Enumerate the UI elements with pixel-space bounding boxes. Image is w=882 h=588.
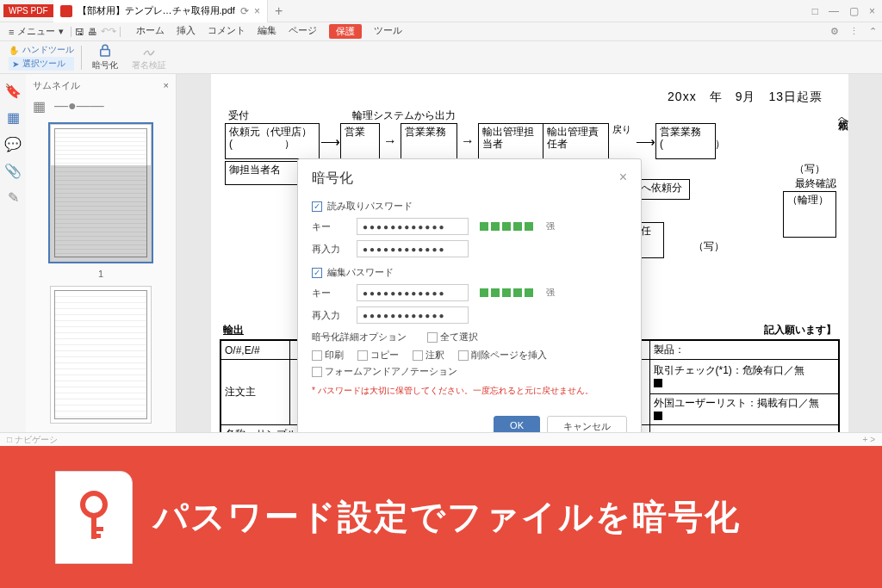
date-line: 20xx 年 9月 13日起票: [220, 90, 840, 105]
thumb-zoom-slider[interactable]: —●——: [54, 98, 104, 114]
titlebar: WPS PDF 【部材用】テンプレ…チャ取得用.pdf ⟳ × + □ — ▢ …: [0, 0, 882, 22]
annot-checkbox[interactable]: ✓: [413, 350, 423, 361]
attachment-icon[interactable]: 📎: [4, 163, 22, 179]
edit-key-input[interactable]: ●●●●●●●●●●●●: [357, 284, 469, 301]
arrow-icon: ⟶: [320, 123, 340, 159]
back-label: 戻り: [609, 123, 635, 159]
menu-protect[interactable]: 保護: [329, 24, 362, 39]
cell-row1-l: O/#,E/#: [220, 340, 289, 360]
arrow-icon: ⟶: [635, 123, 655, 159]
menu-button[interactable]: ≡ メニュー ▾: [5, 23, 67, 40]
sales-work2-box: 営業業務( ）: [655, 123, 716, 159]
read-key-input[interactable]: ●●●●●●●●●●●●: [357, 218, 469, 235]
edit-key-reenter-input[interactable]: ●●●●●●●●●●●●: [357, 306, 469, 324]
reenter-label-2: 再入力: [312, 309, 350, 322]
strength-meter-2: [479, 288, 534, 298]
verify-signature-button[interactable]: 署名検証: [125, 43, 173, 71]
pdf-icon: [60, 5, 72, 17]
edit-password-checkbox[interactable]: ✓: [312, 268, 322, 278]
comment-icon[interactable]: 💬: [4, 136, 22, 152]
encrypt-dialog: 暗号化 × ✓ 読み取りパスワード キー ●●●●●●●●●●●● 强 再入力 …: [297, 158, 642, 450]
dialog-title: 暗号化: [312, 170, 353, 188]
statusbar: □ ナビゲーシ + >: [0, 432, 882, 446]
key-document-icon: [55, 471, 133, 564]
menu-edit[interactable]: 編集: [258, 24, 276, 39]
svg-rect-3: [91, 527, 103, 531]
bookmark-icon[interactable]: 🔖: [4, 83, 22, 99]
form-annot-checkbox[interactable]: ✓: [312, 367, 322, 377]
form-title-left: 輸出: [223, 323, 244, 337]
print-checkbox[interactable]: ✓: [312, 350, 322, 361]
select-tool[interactable]: ➤ 選択ツール: [9, 57, 74, 71]
thumbnails-title: サムネイル: [33, 79, 80, 92]
insert-del-checkbox[interactable]: ✓: [458, 350, 469, 361]
dialog-close-icon[interactable]: ×: [619, 170, 627, 188]
menu-home[interactable]: ホーム: [136, 24, 165, 39]
strength-meter: [479, 221, 534, 232]
tab-modified-icon: ⟳: [240, 5, 249, 17]
right-side-boxes: 依頼元へ （写） 最終確認 （輪理）: [783, 105, 836, 238]
select-all-checkbox[interactable]: ✓: [427, 332, 438, 343]
thumbnails-close-icon[interactable]: ×: [164, 80, 169, 90]
requester-box: 依頼元（代理店）( ）: [225, 123, 320, 159]
undo-icon[interactable]: ↶: [101, 26, 109, 37]
read-password-checkbox[interactable]: ✓: [312, 201, 322, 212]
menu-page[interactable]: ページ: [289, 24, 317, 39]
window-settings-icon[interactable]: □: [812, 5, 818, 17]
promo-banner: パスワード設定でファイルを暗号化: [0, 446, 882, 588]
window-maximize-icon[interactable]: ▢: [849, 5, 859, 17]
arrow-icon: →: [380, 123, 401, 159]
menu-tool[interactable]: ツール: [374, 24, 402, 39]
reenter-label: 再入力: [312, 243, 350, 256]
tab-title: 【部材用】テンプレ…チャ取得用.pdf: [78, 4, 235, 17]
menu-comment[interactable]: コメント: [208, 24, 245, 39]
redo-icon[interactable]: ↷: [109, 26, 116, 37]
reception-label: 受付: [228, 108, 249, 123]
final-check-label: 最終確認: [783, 176, 836, 191]
thumbnails-icon[interactable]: ▦: [7, 109, 20, 126]
menu-tabs: ホーム 挿入 コメント 編集 ページ 保護 ツール: [136, 24, 402, 39]
signature-icon[interactable]: ✎: [8, 189, 19, 206]
gear-icon[interactable]: ⚙: [830, 26, 839, 37]
exp-resp-box: 輸出管理責任者: [543, 123, 609, 159]
banner-text: パスワード設定でファイルを暗号化: [153, 493, 741, 541]
edit-password-label: 編集パスワード: [327, 266, 394, 279]
app-badge: WPS PDF: [3, 4, 53, 17]
key-label-2: キー: [312, 287, 350, 300]
copy-label-2: （写）: [693, 239, 724, 254]
cell-row2-rb: 外国ユーザーリスト：掲載有口／無: [649, 394, 839, 425]
help-icon[interactable]: ⋮: [849, 26, 859, 37]
req-vertical: 依頼元へ: [835, 112, 850, 124]
sales-work-box: 営業業務: [401, 123, 457, 159]
svg-rect-0: [101, 50, 110, 57]
arrow-icon: →: [457, 123, 478, 159]
rinri-box: （輪理）: [783, 191, 836, 238]
thumbnail-page-2[interactable]: [50, 286, 152, 424]
detail-opts-label: 暗号化詳細オプション: [312, 331, 407, 344]
tab-close-icon[interactable]: ×: [254, 5, 260, 17]
encrypt-button[interactable]: 暗号化: [85, 43, 125, 71]
cell-row2-l: 注文主: [220, 360, 289, 425]
add-tab-button[interactable]: +: [268, 3, 289, 19]
copy-checkbox[interactable]: ✓: [357, 350, 368, 361]
key-label: キー: [312, 220, 350, 233]
window-minimize-icon[interactable]: —: [829, 5, 839, 17]
save-icon[interactable]: 🖫: [75, 27, 84, 37]
read-key-reenter-input[interactable]: ●●●●●●●●●●●●: [357, 240, 469, 257]
window-close-icon[interactable]: ×: [869, 5, 875, 17]
print-icon[interactable]: 🖶: [88, 27, 97, 37]
thumbnail-page-1[interactable]: [50, 124, 152, 262]
menubar: ≡ メニュー ▾ 🖫 🖶 ↶ ↷ ホーム 挿入 コメント 編集 ページ 保護 ツ…: [0, 22, 882, 41]
password-warning: * パスワードは大切に保管してください。一度忘れると元に戻せません。: [312, 385, 627, 397]
menu-insert[interactable]: 挿入: [177, 24, 196, 39]
form-title-right: 記入願います】: [764, 323, 836, 337]
document-tab[interactable]: 【部材用】テンプレ…チャ取得用.pdf ⟳ ×: [53, 0, 268, 22]
cell-row2-ra: 取引チェック(*1)：危険有口／無: [649, 360, 839, 394]
hand-tool[interactable]: ✋ ハンドツール: [9, 44, 74, 56]
strength-label-2: 强: [546, 287, 555, 299]
collapse-icon[interactable]: ⌃: [869, 26, 877, 37]
window-controls: □ — ▢ ×: [812, 5, 882, 17]
status-right: + >: [863, 435, 875, 444]
thumb-grid-icon[interactable]: ▦: [33, 98, 46, 115]
sales-box: 営業: [340, 123, 380, 159]
